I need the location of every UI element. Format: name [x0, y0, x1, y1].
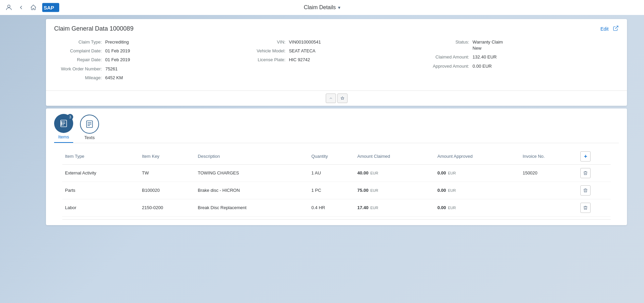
work-order-row: Work Order Number: 75261 [61, 66, 245, 72]
svg-point-9 [61, 123, 62, 124]
top-navigation: SAP Claim Details ▾ [0, 0, 644, 15]
table-row: Labor 2150-0200 Break Disc Replacement 0… [62, 199, 611, 216]
svg-point-0 [7, 5, 10, 7]
cell-item-key: B100020 [139, 182, 195, 199]
svg-point-8 [61, 122, 62, 122]
cell-actions [578, 199, 611, 216]
vehicle-model-row: Vehicle Model: SEAT ATECA [245, 48, 429, 54]
tabs-header: 3 Items [54, 114, 619, 143]
card-actions: Edit [600, 25, 619, 33]
cell-amount-approved: 0.00 EUR [435, 182, 520, 199]
cell-amount-claimed: 17.40 EUR [355, 199, 435, 216]
data-column-left: Claim Type: Precrediting Complaint Date:… [61, 39, 245, 84]
items-tab-icon: 3 [54, 114, 73, 133]
mileage-row: Mileage: 6452 KM [61, 75, 245, 81]
general-data-card: Claim General Data 1000089 Edit Claim Ty… [46, 19, 627, 106]
col-actions: + [578, 149, 611, 165]
cell-amount-claimed: 75.00 EUR [355, 182, 435, 199]
data-column-right: Status: Warranty ClaimNew Claimed Amount… [428, 39, 612, 84]
tab-texts[interactable]: Texts [80, 115, 99, 143]
table-row: Parts B100020 Brake disc - HICRON 1 PC 7… [62, 182, 611, 199]
repair-date-row: Repair Date: 01 Feb 2019 [61, 57, 245, 63]
texts-tab-label: Texts [84, 135, 95, 140]
items-table: Item Type Item Key Description Quantity … [62, 149, 611, 217]
data-grid: Claim Type: Precrediting Complaint Date:… [54, 39, 619, 84]
cell-amount-approved: 0.00 EUR [435, 164, 520, 182]
cell-amount-approved: 0.00 EUR [435, 199, 520, 216]
svg-point-10 [61, 124, 62, 125]
cell-item-key: 2150-0200 [139, 199, 195, 216]
main-content: Claim General Data 1000089 Edit Claim Ty… [0, 15, 644, 229]
approved-amount-row: Approved Amount: 0.00 EUR [428, 63, 612, 69]
vin-row: VIN: VIN0010000541 [245, 39, 429, 45]
items-tab-badge: 3 [67, 114, 73, 120]
cell-item-type: Parts [62, 182, 139, 199]
col-item-type: Item Type [62, 149, 139, 165]
col-description: Description [195, 149, 309, 165]
cell-actions [578, 182, 611, 199]
cell-actions [578, 164, 611, 182]
cell-description: TOWING CHARGES [195, 164, 309, 182]
cell-description: Brake disc - HICRON [195, 182, 309, 199]
page-title-nav: Claim Details ▾ [304, 4, 340, 11]
cell-quantity: 0.4 HR [309, 199, 355, 216]
texts-tab-icon [80, 115, 99, 134]
general-data-title: Claim General Data 1000089 [54, 25, 619, 32]
cell-quantity: 1 AU [309, 164, 355, 182]
col-quantity: Quantity [309, 149, 355, 165]
cell-description: Break Disc Replacement [195, 199, 309, 216]
general-data-section: Claim General Data 1000089 Edit Claim Ty… [46, 19, 627, 90]
cell-item-type: Labor [62, 199, 139, 216]
delete-row-button[interactable] [580, 203, 591, 213]
add-item-button[interactable]: + [580, 151, 591, 162]
collapse-controls [326, 94, 348, 103]
back-icon[interactable] [16, 3, 26, 12]
status-row: Status: Warranty ClaimNew [428, 39, 612, 51]
tab-items[interactable]: 3 Items [54, 114, 73, 143]
pin-button[interactable] [337, 94, 348, 103]
items-tab-label: Items [58, 134, 69, 139]
divider-section [46, 90, 627, 106]
license-plate-row: License Plate: HIC 92742 [245, 57, 429, 63]
col-invoice-no: Invoice No. [520, 149, 578, 165]
delete-row-button[interactable] [580, 185, 591, 196]
delete-row-button[interactable] [580, 168, 591, 178]
data-column-middle: VIN: VIN0010000541 Vehicle Model: SEAT A… [245, 39, 429, 84]
cell-invoice-no: 150020 [520, 164, 578, 182]
home-icon[interactable] [29, 3, 38, 12]
cell-amount-claimed: 40.00 EUR [355, 164, 435, 182]
cell-item-type: External Activity [62, 164, 139, 182]
edit-button[interactable]: Edit [600, 26, 609, 32]
cell-item-key: TW [139, 164, 195, 182]
table-header-row: Item Type Item Key Description Quantity … [62, 149, 611, 165]
share-icon[interactable] [613, 25, 619, 33]
items-table-section: Item Type Item Key Description Quantity … [54, 143, 619, 225]
claim-type-row: Claim Type: Precrediting [61, 39, 245, 45]
complaint-date-row: Complaint Date: 01 Feb 2019 [61, 48, 245, 54]
tabs-card: 3 Items [46, 108, 627, 225]
table-row: External Activity TW TOWING CHARGES 1 AU… [62, 164, 611, 182]
cell-quantity: 1 PC [309, 182, 355, 199]
col-item-key: Item Key [139, 149, 195, 165]
svg-text:SAP: SAP [44, 5, 54, 11]
svg-line-3 [615, 26, 618, 29]
col-amount-claimed: Amount Claimed [355, 149, 435, 165]
col-amount-approved: Amount Approved [435, 149, 520, 165]
claimed-amount-row: Claimed Amount: 132.40 EUR [428, 54, 612, 60]
user-icon[interactable] [4, 3, 14, 12]
cell-invoice-no [520, 182, 578, 199]
table-footer-line [62, 219, 611, 220]
cell-invoice-no [520, 199, 578, 216]
sap-logo: SAP [42, 3, 59, 12]
collapse-up-button[interactable] [326, 94, 336, 103]
